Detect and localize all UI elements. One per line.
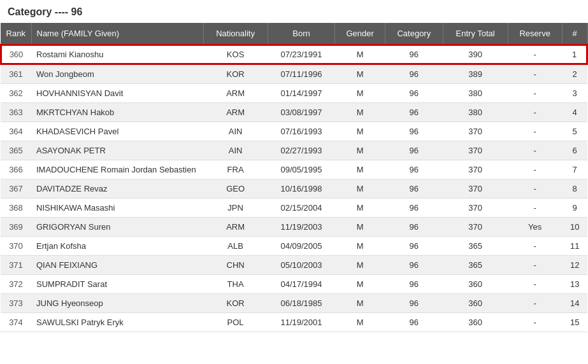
cell-gender: M [335,294,385,313]
cell-gender: M [335,179,385,199]
cell-name: QIAN FEIXIANG [31,256,203,275]
cell-gender: M [335,218,385,237]
cell-gender: M [335,122,385,141]
cell-entry_total: 389 [443,64,508,84]
cell-gender: M [335,237,385,256]
cell-reserve: - [508,64,562,84]
cell-nationality: KOR [203,64,268,84]
cell-category: 96 [385,160,443,179]
cell-nationality: AIN [203,141,268,160]
cell-rank: 362 [1,84,31,103]
cell-born: 11/19/2001 [268,313,335,332]
cell-rank: 364 [1,122,31,141]
cell-num: 7 [562,160,587,179]
cell-num: 15 [562,313,587,332]
cell-nationality: JPN [203,199,268,218]
cell-gender: M [335,45,385,64]
cell-born: 05/10/2003 [268,256,335,275]
cell-name: DAVITADZE Revaz [31,179,203,199]
cell-nationality: THA [203,275,268,294]
cell-born: 03/08/1997 [268,103,335,122]
cell-name: SAWULSKI Patryk Eryk [31,313,203,332]
cell-rank: 371 [1,256,31,275]
col-born: Born [268,23,335,45]
table-row: 364KHADASEVICH PavelAIN07/16/1993M96370-… [1,122,587,141]
cell-name: SUMPRADIT Sarat [31,275,203,294]
cell-gender: M [335,313,385,332]
cell-nationality: ARM [203,218,268,237]
cell-num: 2 [562,64,587,84]
cell-reserve: - [508,294,562,313]
cell-name: HOVHANNISYAN Davit [31,84,203,103]
table-row: 370Ertjan KofshaALB04/09/2005M96365-11 [1,237,587,256]
cell-category: 96 [385,218,443,237]
cell-entry_total: 380 [443,103,508,122]
cell-num: 5 [562,122,587,141]
cell-rank: 369 [1,218,31,237]
cell-entry_total: 370 [443,218,508,237]
cell-reserve: - [508,256,562,275]
cell-gender: M [335,160,385,179]
cell-rank: 368 [1,199,31,218]
cell-reserve: - [508,237,562,256]
table-row: 360Rostami KianoshuKOS07/23/1991M96390-1 [1,45,587,64]
cell-rank: 367 [1,179,31,199]
cell-reserve: - [508,313,562,332]
cell-gender: M [335,64,385,84]
table-row: 374SAWULSKI Patryk ErykPOL11/19/2001M963… [1,313,587,332]
cell-num: 12 [562,256,587,275]
cell-gender: M [335,103,385,122]
cell-rank: 361 [1,64,31,84]
cell-reserve: - [508,45,562,64]
cell-rank: 372 [1,275,31,294]
table-row: 367DAVITADZE RevazGEO10/16/1998M96370-8 [1,179,587,199]
cell-gender: M [335,84,385,103]
cell-entry_total: 370 [443,179,508,199]
cell-gender: M [335,199,385,218]
cell-born: 01/14/1997 [268,84,335,103]
cell-reserve: Yes [508,218,562,237]
cell-category: 96 [385,256,443,275]
cell-num: 1 [562,45,587,64]
cell-num: 4 [562,103,587,122]
cell-num: 6 [562,141,587,160]
cell-born: 09/05/1995 [268,160,335,179]
cell-name: Rostami Kianoshu [31,45,203,64]
cell-entry_total: 390 [443,45,508,64]
col-category: Category [385,23,443,45]
table-row: 373JUNG HyeonseopKOR06/18/1985M96360-14 [1,294,587,313]
cell-nationality: KOS [203,45,268,64]
cell-born: 06/18/1985 [268,294,335,313]
cell-entry_total: 365 [443,256,508,275]
cell-name: NISHIKAWA Masashi [31,199,203,218]
cell-rank: 373 [1,294,31,313]
cell-name: Ertjan Kofsha [31,237,203,256]
cell-name: IMADOUCHENE Romain Jordan Sebastien [31,160,203,179]
cell-nationality: AIN [203,122,268,141]
cell-reserve: - [508,160,562,179]
cell-born: 07/11/1996 [268,64,335,84]
table-header-row: Rank Name (FAMILY Given) Nationality Bor… [1,23,587,45]
cell-num: 3 [562,84,587,103]
cell-category: 96 [385,237,443,256]
cell-reserve: - [508,141,562,160]
cell-reserve: - [508,179,562,199]
cell-entry_total: 370 [443,122,508,141]
cell-born: 04/09/2005 [268,237,335,256]
cell-category: 96 [385,275,443,294]
cell-born: 07/23/1991 [268,45,335,64]
table-row: 366IMADOUCHENE Romain Jordan SebastienFR… [1,160,587,179]
table-row: 362HOVHANNISYAN DavitARM01/14/1997M96380… [1,84,587,103]
cell-name: KHADASEVICH Pavel [31,122,203,141]
col-num: # [562,23,587,45]
cell-nationality: FRA [203,160,268,179]
cell-born: 07/16/1993 [268,122,335,141]
cell-category: 96 [385,199,443,218]
cell-rank: 370 [1,237,31,256]
table-row: 361Won JongbeomKOR07/11/1996M96389-2 [1,64,587,84]
cell-name: MKRTCHYAN Hakob [31,103,203,122]
col-rank: Rank [1,23,31,45]
cell-entry_total: 360 [443,275,508,294]
cell-nationality: ARM [203,103,268,122]
cell-born: 10/16/1998 [268,179,335,199]
